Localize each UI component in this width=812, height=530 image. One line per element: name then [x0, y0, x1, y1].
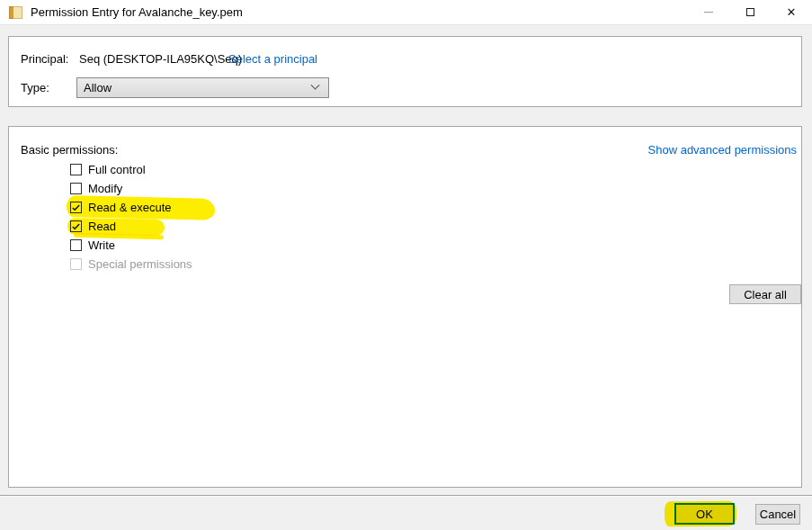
checkbox-read[interactable] — [70, 220, 82, 232]
checkbox-label-read-execute: Read & execute — [88, 201, 172, 214]
checkbox-label-read: Read — [88, 220, 116, 233]
checkbox-label-full-control: Full control — [88, 163, 146, 176]
minimize-button[interactable] — [688, 0, 729, 24]
permissions-panel: Basic permissions: Show advanced permiss… — [8, 126, 802, 488]
permission-row-special-permissions[interactable]: Special permissions — [70, 255, 192, 274]
window-controls: ✕ — [688, 0, 812, 24]
select-principal-link[interactable]: Select a principal — [228, 52, 317, 66]
basic-permissions-label: Basic permissions: — [21, 143, 118, 157]
permission-row-read-execute[interactable]: Read & execute — [70, 198, 192, 217]
checkbox-modify[interactable] — [70, 183, 82, 194]
principal-panel: Principal: Seq (DESKTOP-ILA95KQ\Seq) Sel… — [8, 36, 802, 107]
close-button[interactable]: ✕ — [771, 0, 812, 24]
window-title: Permission Entry for Avalanche_key.pem — [31, 5, 243, 19]
permissions-list: Full controlModifyRead & executeReadWrit… — [70, 160, 192, 274]
checkbox-full-control[interactable] — [70, 164, 82, 175]
checkbox-special-permissions — [70, 258, 82, 270]
principal-value: Seq (DESKTOP-ILA95KQ\Seq) — [79, 52, 242, 66]
type-dropdown-value: Allow — [84, 81, 112, 94]
maximize-icon — [746, 8, 754, 16]
checkbox-read-execute[interactable] — [70, 202, 82, 213]
permission-row-write[interactable]: Write — [70, 236, 192, 255]
clear-all-button[interactable]: Clear all — [729, 284, 801, 304]
minimize-icon — [704, 12, 713, 13]
type-label: Type: — [21, 81, 49, 94]
type-dropdown[interactable]: Allow — [76, 77, 329, 98]
checkbox-write[interactable] — [70, 239, 82, 251]
app-icon — [9, 6, 22, 19]
ok-button[interactable]: OK — [674, 503, 735, 525]
chevron-down-icon — [311, 81, 320, 90]
checkbox-label-write: Write — [88, 238, 115, 252]
checkbox-label-special-permissions: Special permissions — [88, 257, 192, 271]
permission-row-modify[interactable]: Modify — [70, 179, 192, 198]
permission-row-read[interactable]: Read — [70, 217, 192, 236]
close-icon: ✕ — [787, 6, 797, 18]
permission-row-full-control[interactable]: Full control — [70, 160, 192, 179]
cancel-button[interactable]: Cancel — [755, 504, 800, 525]
show-advanced-permissions-link[interactable]: Show advanced permissions — [648, 143, 797, 157]
maximize-button[interactable] — [729, 0, 771, 24]
title-bar: Permission Entry for Avalanche_key.pem ✕ — [0, 0, 812, 25]
principal-label: Principal: — [21, 52, 68, 66]
footer-divider — [0, 495, 812, 496]
checkbox-label-modify: Modify — [88, 182, 122, 195]
